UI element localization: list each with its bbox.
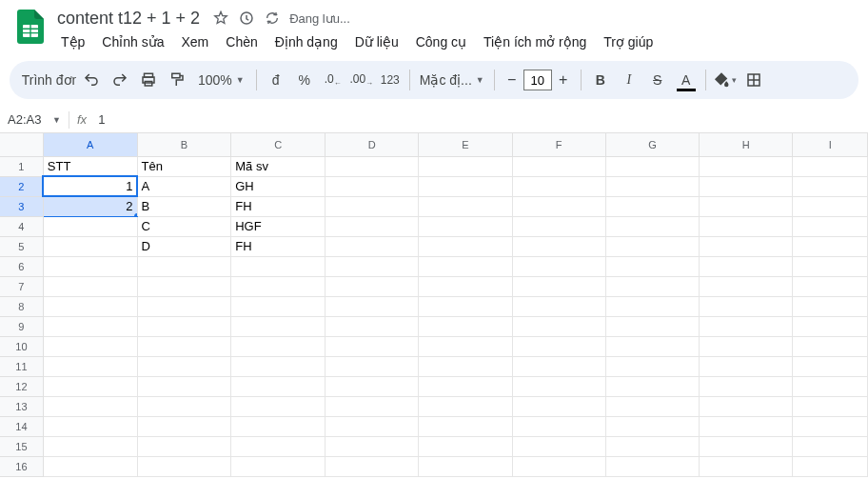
cell-D5[interactable] [326, 236, 419, 256]
cell-C9[interactable] [231, 316, 326, 336]
cell-F14[interactable] [512, 416, 605, 436]
row-header-11[interactable]: 11 [0, 356, 43, 376]
font-size-increase[interactable]: + [552, 69, 575, 91]
row-header-4[interactable]: 4 [0, 216, 43, 236]
cell-G6[interactable] [605, 256, 699, 276]
cell-I16[interactable] [793, 456, 868, 476]
cell-H11[interactable] [700, 356, 793, 376]
row-header-10[interactable]: 10 [0, 336, 43, 356]
cell-A15[interactable] [43, 436, 137, 456]
cell-B15[interactable] [137, 436, 231, 456]
col-header-H[interactable]: H [700, 133, 793, 156]
cell-A16[interactable] [43, 456, 137, 476]
cell-B3[interactable]: B [137, 196, 231, 216]
cell-D1[interactable] [326, 156, 419, 176]
row-header-9[interactable]: 9 [0, 316, 43, 336]
cell-C11[interactable] [231, 356, 326, 376]
row-header-15[interactable]: 15 [0, 436, 43, 456]
print-button[interactable] [135, 67, 162, 93]
cell-H16[interactable] [700, 456, 793, 476]
cell-E14[interactable] [419, 416, 512, 436]
cell-F3[interactable] [512, 196, 605, 216]
formula-input[interactable]: 1 [94, 112, 105, 127]
cell-F1[interactable] [512, 156, 605, 176]
cell-C8[interactable] [231, 296, 326, 316]
cell-F4[interactable] [512, 216, 605, 236]
cell-C4[interactable]: HGF [231, 216, 326, 236]
strikethrough-button[interactable]: S [644, 67, 671, 93]
cell-C7[interactable] [231, 276, 326, 296]
cell-D12[interactable] [326, 376, 419, 396]
cell-I1[interactable] [793, 156, 868, 176]
cell-C3[interactable]: FH [231, 196, 326, 216]
cell-A1[interactable]: STT [43, 156, 137, 176]
cell-G10[interactable] [605, 336, 699, 356]
cell-A13[interactable] [43, 396, 137, 416]
cell-C15[interactable] [231, 436, 326, 456]
cell-H2[interactable] [700, 176, 793, 196]
cell-F11[interactable] [512, 356, 605, 376]
cell-E9[interactable] [419, 316, 512, 336]
cell-E3[interactable] [419, 196, 512, 216]
cell-C1[interactable]: Mã sv [231, 156, 326, 176]
row-header-2[interactable]: 2 [0, 176, 43, 196]
menu-view[interactable]: Xem [174, 30, 217, 53]
cell-G16[interactable] [605, 456, 699, 476]
cell-D10[interactable] [326, 336, 419, 356]
cell-F16[interactable] [512, 456, 605, 476]
cell-B16[interactable] [137, 456, 231, 476]
font-size-input[interactable] [523, 70, 552, 90]
row-header-12[interactable]: 12 [0, 376, 43, 396]
col-header-A[interactable]: A [43, 133, 137, 156]
cell-G2[interactable] [605, 176, 699, 196]
cell-D2[interactable] [326, 176, 419, 196]
cell-A14[interactable] [43, 416, 137, 436]
cell-E2[interactable] [419, 176, 512, 196]
cell-G14[interactable] [605, 416, 699, 436]
cell-A10[interactable] [43, 336, 137, 356]
cell-B11[interactable] [137, 356, 231, 376]
font-select[interactable]: Mặc đị...▼ [416, 67, 488, 93]
col-header-B[interactable]: B [137, 133, 231, 156]
cell-G11[interactable] [605, 356, 699, 376]
cell-H4[interactable] [700, 216, 793, 236]
cell-I6[interactable] [793, 256, 868, 276]
cell-H5[interactable] [700, 236, 793, 256]
col-header-G[interactable]: G [605, 133, 699, 156]
cell-I5[interactable] [793, 236, 868, 256]
col-header-D[interactable]: D [326, 133, 419, 156]
cell-I7[interactable] [793, 276, 868, 296]
cell-H14[interactable] [700, 416, 793, 436]
cell-A3[interactable]: 2 [43, 196, 137, 216]
cell-I8[interactable] [793, 296, 868, 316]
cell-B1[interactable]: Tên [137, 156, 231, 176]
cell-I11[interactable] [793, 356, 868, 376]
cell-G1[interactable] [605, 156, 699, 176]
cell-A12[interactable] [43, 376, 137, 396]
row-header-1[interactable]: 1 [0, 156, 43, 176]
cell-A7[interactable] [43, 276, 137, 296]
cell-F13[interactable] [512, 396, 605, 416]
cell-I2[interactable] [793, 176, 868, 196]
cell-E12[interactable] [419, 376, 512, 396]
cell-F7[interactable] [512, 276, 605, 296]
menu-file[interactable]: Tệp [53, 30, 92, 53]
cell-B2[interactable]: A [137, 176, 231, 196]
cell-C6[interactable] [231, 256, 326, 276]
decrease-decimal-button[interactable]: .0← [320, 67, 346, 93]
bold-button[interactable]: B [587, 67, 614, 93]
more-formats-button[interactable]: 123 [377, 67, 404, 93]
cell-D6[interactable] [326, 256, 419, 276]
cell-B12[interactable] [137, 376, 231, 396]
cell-B4[interactable]: C [137, 216, 231, 236]
menu-data[interactable]: Dữ liệu [347, 30, 406, 53]
cell-D13[interactable] [326, 396, 419, 416]
cell-G12[interactable] [605, 376, 699, 396]
cell-B7[interactable] [137, 276, 231, 296]
cell-D8[interactable] [326, 296, 419, 316]
cell-E16[interactable] [419, 456, 512, 476]
menu-format[interactable]: Định dạng [267, 30, 345, 53]
menu-extensions[interactable]: Tiện ích mở rộng [476, 30, 594, 53]
row-header-13[interactable]: 13 [0, 396, 43, 416]
sync-icon[interactable] [265, 10, 280, 26]
